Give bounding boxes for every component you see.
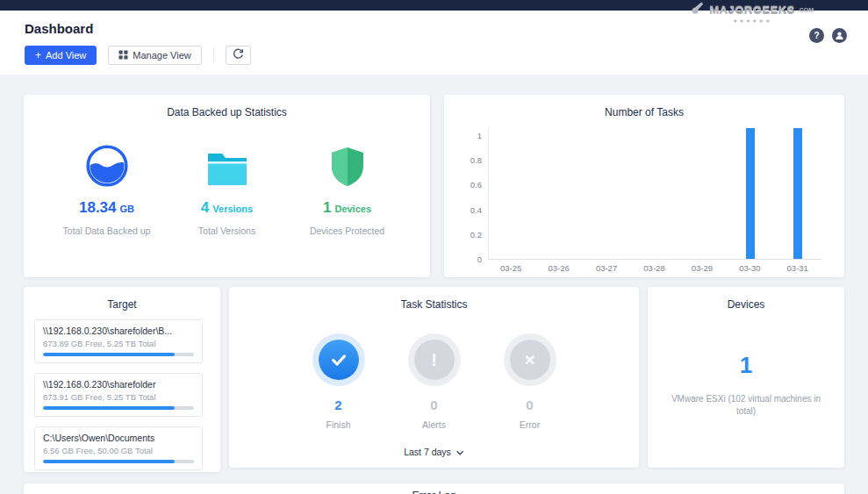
target-progress-fill [43, 460, 175, 463]
target-progress-track [43, 406, 194, 410]
devices-caption: VMware ESXi (102 virtual machines in tot… [648, 393, 844, 418]
help-glyph: ? [814, 31, 819, 40]
chart-y-axis: 10.80.60.40.20 [463, 128, 488, 260]
chart-x-tick: 03-30 [726, 263, 773, 273]
chart-x-tick: 03-26 [534, 263, 582, 273]
target-detail: 673.91 GB Free, 5.25 TB Total [43, 392, 194, 402]
stat-total-versions-caption: Total Versions [167, 226, 287, 236]
chart-y-tick: 1 [477, 132, 482, 140]
refresh-icon [233, 47, 244, 63]
add-view-button[interactable]: + Add View [25, 46, 97, 65]
error-label: Error [510, 419, 550, 430]
alerts-label: Alerts [414, 419, 455, 430]
shield-icon [287, 142, 407, 188]
help-icon[interactable]: ? [809, 28, 824, 43]
chart-bar-03-30 [746, 128, 755, 259]
stat-devices-value: 1Devices [287, 199, 407, 217]
add-view-label: Add View [46, 50, 86, 61]
value-number: 1 [323, 199, 331, 216]
chart-bar-slot [631, 128, 678, 259]
chart-x-tick: 03-29 [678, 263, 726, 273]
manage-view-button[interactable]: Manage View [108, 46, 201, 65]
header-icons: ? [809, 28, 847, 43]
target-progress-fill [43, 406, 175, 410]
target-name: \\192.168.0.230\sharefolder\B... [43, 326, 194, 336]
alerts-count: 0 [414, 397, 455, 412]
dashboard-main: Data Backed up Statistics 18.34GB Total … [0, 75, 868, 494]
user-account-icon[interactable] [832, 28, 847, 43]
plus-icon: + [35, 50, 41, 61]
target-name: C:\Users\Owen\Documents [43, 433, 194, 443]
date-range-label: Last 7 days [404, 447, 451, 457]
refresh-button[interactable] [226, 46, 251, 65]
chart-bar-slot [536, 128, 584, 259]
task-stats-row: 2 Finish ! 0 Alerts × 0 Error [229, 311, 639, 430]
versions-folder-icon [167, 142, 287, 188]
stat-total-data: 18.34GB Total Data Backed up [47, 142, 167, 236]
devices-title: Devices [648, 287, 844, 311]
devices-card: Devices 1 VMware ESXi (102 virtual machi… [648, 287, 844, 468]
error-log-title: Error Log [24, 483, 844, 494]
task-error: × 0 Error [510, 333, 550, 430]
chart-plot [488, 128, 821, 260]
row-statistics: Data Backed up Statistics 18.34GB Total … [24, 95, 844, 277]
grid-icon [118, 50, 128, 61]
alerts-exclamation-icon: ! [414, 340, 455, 380]
toolbar: + Add View Manage View [25, 46, 843, 65]
devices-count: 1 [648, 352, 844, 379]
chart-bar-slot [774, 128, 821, 259]
chart-y-tick: 0.4 [470, 206, 482, 214]
chart-x-tick: 03-25 [487, 263, 534, 273]
target-item[interactable]: \\192.168.0.230\sharefolder\B... 673.89 … [34, 319, 203, 363]
watermark-name: MAJORGEEKS [709, 4, 794, 17]
finish-count: 2 [319, 397, 359, 412]
task-statistics-card: Task Statistics 2 Finish ! 0 Alerts [229, 287, 639, 468]
error-count: 0 [510, 397, 550, 412]
chart-y-tick: 0 [477, 255, 482, 263]
task-finish: 2 Finish [319, 333, 359, 430]
value-unit: Versions [212, 204, 253, 214]
cross-glyph: × [525, 351, 535, 369]
chart-y-tick: 0.2 [470, 231, 482, 239]
stat-total-data-value: 18.34GB [47, 199, 167, 217]
target-item[interactable]: C:\Users\Owen\Documents 6.56 GB Free, 50… [34, 426, 203, 470]
finish-label: Finish [319, 419, 359, 430]
value-number: 4 [201, 199, 209, 216]
number-of-tasks-card: Number of Tasks 10.80.60.40.20 03-2503-2… [444, 95, 844, 277]
chart-x-axis: 03-2503-2603-2703-2803-2903-3003-31 [487, 263, 821, 273]
target-detail: 673.89 GB Free, 5.25 TB Total [43, 339, 194, 348]
target-progress-fill [43, 353, 175, 356]
chart-x-tick: 03-27 [583, 263, 630, 273]
stat-total-versions-value: 4Versions [167, 199, 287, 217]
stat-total-versions: 4Versions Total Versions [167, 142, 287, 236]
tasks-bar-chart: 10.80.60.40.20 [463, 128, 821, 260]
guitar-icon [691, 1, 707, 18]
task-alerts: ! 0 Alerts [414, 333, 455, 430]
exclamation-glyph: ! [431, 351, 437, 369]
backup-statistics-card: Data Backed up Statistics 18.34GB Total … [24, 95, 430, 277]
stat-total-data-caption: Total Data Backed up [47, 226, 167, 236]
chevron-down-icon [456, 447, 464, 457]
backup-stats-row: 18.34GB Total Data Backed up 4Versions [24, 119, 430, 236]
error-log-card: Error Log [24, 483, 844, 494]
value-unit: Devices [334, 204, 371, 214]
task-statistics-title: Task Statistics [229, 287, 639, 311]
finish-check-icon [319, 340, 359, 380]
stat-devices-protected: 1Devices Devices Protected [287, 142, 407, 236]
date-range-select[interactable]: Last 7 days [404, 447, 464, 457]
watermark-stars: ★★★★★★ [691, 18, 814, 24]
watermark-com: .COM [798, 7, 814, 13]
stat-devices-caption: Devices Protected [287, 226, 407, 236]
target-progress-track [43, 353, 194, 356]
chart-bar-slot [679, 128, 727, 259]
chart-y-tick: 0.8 [470, 156, 482, 164]
row-details: Target \\192.168.0.230\sharefolder\B... … [24, 287, 844, 472]
target-detail: 6.56 GB Free, 50.00 GB Total [43, 446, 194, 455]
toolbar-divider [213, 48, 214, 62]
target-item[interactable]: \\192.168.0.230\sharefolder 673.91 GB Fr… [34, 373, 203, 417]
target-name: \\192.168.0.230\sharefolder [43, 379, 194, 390]
backup-pie-icon [47, 142, 167, 188]
error-cross-icon: × [510, 340, 550, 380]
value-unit: GB [120, 204, 135, 214]
backup-statistics-title: Data Backed up Statistics [24, 95, 430, 119]
